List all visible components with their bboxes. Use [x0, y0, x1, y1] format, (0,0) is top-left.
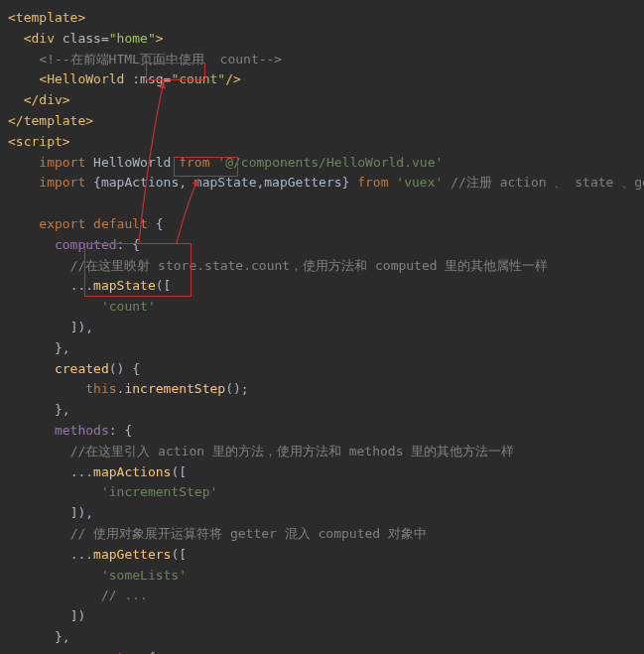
code-editor: <template> <div class="home"> <!--在前端HTM… — [0, 8, 644, 654]
code-line: <!--在前端HTML页面中使用 count--> — [0, 50, 644, 70]
code-line: //在这里映射 store.state.count，使用方法和 computed… — [0, 256, 644, 277]
code-line: //在这里引入 action 里的方法，使用方法和 methods 里的其他方法… — [0, 442, 644, 462]
code-line: ]), — [0, 503, 644, 524]
code-line: computed: { — [0, 235, 644, 256]
code-line: }, — [0, 627, 644, 648]
code-line: <script> — [0, 132, 644, 153]
code-line: this.incrementStep(); — [0, 379, 644, 400]
code-line: <HelloWorld :msg="count"/> — [0, 69, 644, 90]
code-line — [0, 194, 644, 214]
code-line: export default { — [0, 214, 644, 235]
code-line: components: { — [0, 648, 644, 654]
code-line: 'incrementStep' — [0, 482, 644, 503]
code-line: import {mapActions, mapState,mapGetters}… — [0, 173, 644, 194]
code-line: import HelloWorld from '@/components/Hel… — [0, 153, 644, 174]
code-line: ]), — [0, 318, 644, 338]
code-line: <template> — [0, 8, 644, 29]
code-line: ]) — [0, 606, 644, 627]
code-line: 'someLists' — [0, 566, 644, 587]
code-line: // 使用对象展开运算符将 getter 混入 computed 对象中 — [0, 524, 644, 545]
code-line: created() { — [0, 359, 644, 380]
code-line: methods: { — [0, 421, 644, 442]
code-line: 'count' — [0, 297, 644, 318]
code-line: ...mapState([ — [0, 276, 644, 297]
code-line: }, — [0, 400, 644, 421]
code-line: ...mapGetters([ — [0, 545, 644, 566]
code-line: // ... — [0, 586, 644, 606]
code-line: </template> — [0, 111, 644, 132]
code-line: }, — [0, 338, 644, 359]
code-line: ...mapActions([ — [0, 462, 644, 483]
code-line: </div> — [0, 90, 644, 111]
code-line: <div class="home"> — [0, 29, 644, 50]
